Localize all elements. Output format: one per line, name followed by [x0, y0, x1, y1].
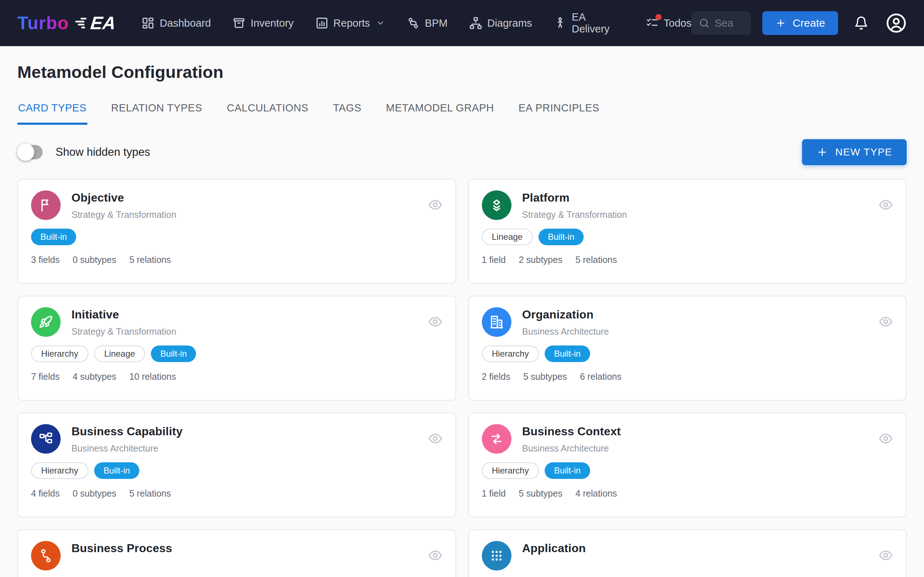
ea-delivery-icon — [554, 16, 567, 29]
stat: 5 relations — [575, 255, 617, 265]
sitemap-icon — [38, 431, 53, 446]
create-button[interactable]: Create — [762, 11, 838, 35]
card-type-card[interactable]: Objective Strategy & Transformation Buil… — [17, 179, 456, 284]
main-content: Metamodel Configuration CARD TYPESRELATI… — [0, 62, 924, 577]
visibility-toggle-button[interactable] — [428, 198, 443, 212]
tab[interactable]: EA PRINCIPLES — [518, 102, 600, 125]
card-type-card[interactable]: Business Context Business Architecture H… — [468, 413, 907, 517]
logo[interactable]: Turbo EA — [17, 13, 115, 34]
user-avatar-button[interactable] — [886, 13, 907, 34]
type-avatar — [31, 307, 61, 337]
badge-row: LineageBuilt-in — [482, 229, 893, 245]
nav-item[interactable]: EA Delivery — [554, 11, 624, 35]
visibility-toggle-button[interactable] — [428, 314, 443, 329]
card-subtitle: Strategy & Transformation — [71, 326, 176, 337]
eye-icon — [428, 431, 443, 446]
tab-bar: CARD TYPESRELATION TYPESCALCULATIONSTAGS… — [17, 102, 907, 125]
stats-row: 4 fields0 subtypes5 relations — [31, 488, 443, 499]
card-type-card[interactable]: Initiative Strategy & Transformation Hie… — [17, 296, 456, 401]
badge-row: HierarchyBuilt-in — [31, 462, 443, 479]
eye-icon — [428, 548, 443, 562]
nav-item[interactable]: BPM — [407, 16, 447, 29]
reports-icon — [315, 16, 328, 29]
eye-icon — [879, 198, 893, 212]
badge: Built-in — [151, 345, 196, 362]
card-title: Platform — [522, 191, 627, 205]
type-avatar — [482, 190, 512, 220]
badge: Lineage — [482, 229, 533, 245]
stats-row: 1 field5 subtypes4 relations — [482, 488, 893, 499]
card-title: Business Process — [71, 542, 172, 555]
card-title: Business Capability — [71, 425, 183, 438]
card-header-text: Initiative Strategy & Transformation — [71, 307, 176, 337]
eye-icon — [879, 431, 893, 446]
card-type-card[interactable]: Business Capability Business Architectur… — [17, 413, 456, 517]
card-header: Business Capability Business Architectur… — [31, 424, 443, 454]
top-nav: Turbo EA Dashboard Inventory Reports BPM — [0, 0, 924, 46]
type-avatar — [482, 541, 512, 571]
visibility-toggle-button[interactable] — [428, 548, 443, 562]
card-header: Business Context Business Architecture — [482, 424, 893, 454]
card-type-card[interactable]: Application — [468, 529, 907, 577]
swap-arrows-icon — [489, 431, 504, 446]
stat: 2 subtypes — [519, 255, 562, 265]
tab[interactable]: RELATION TYPES — [110, 102, 203, 125]
nav-items: Dashboard Inventory Reports BPM Diagrams — [142, 11, 691, 35]
layers-icon — [489, 198, 504, 213]
new-type-button-label: NEW TYPE — [835, 147, 892, 158]
badge: Hierarchy — [31, 462, 89, 479]
card-subtitle: Business Architecture — [522, 326, 609, 337]
stat: 6 relations — [580, 371, 622, 382]
card-header-text: Objective Strategy & Transformation — [71, 190, 176, 220]
user-circle-icon — [886, 13, 907, 34]
tab[interactable]: TAGS — [333, 102, 362, 125]
stat: 5 relations — [129, 255, 171, 265]
search-input[interactable] — [715, 17, 742, 29]
stat: 1 field — [482, 488, 506, 499]
tab[interactable]: CALCULATIONS — [226, 102, 309, 125]
card-header-text: Business Context Business Architecture — [522, 424, 621, 454]
visibility-toggle-button[interactable] — [879, 431, 893, 446]
flag-icon — [38, 198, 53, 213]
nav-item-label: Dashboard — [160, 17, 211, 29]
tab[interactable]: CARD TYPES — [17, 102, 87, 125]
toggle-label: Show hidden types — [56, 146, 150, 159]
nav-item[interactable]: Reports — [315, 16, 386, 29]
tab[interactable]: METAMODEL GRAPH — [385, 102, 494, 125]
nav-item[interactable]: Inventory — [233, 16, 294, 29]
stat: 4 relations — [575, 488, 617, 499]
card-type-card[interactable]: Platform Strategy & Transformation Linea… — [468, 179, 907, 284]
notifications-button[interactable] — [854, 16, 868, 30]
type-avatar — [31, 190, 61, 220]
badge: Built-in — [538, 229, 584, 245]
search-icon — [699, 18, 709, 29]
toolbar: Show hidden types NEW TYPE — [17, 139, 907, 165]
badge-row: HierarchyBuilt-in — [482, 462, 893, 479]
card-title: Initiative — [71, 308, 176, 321]
stat: 0 subtypes — [73, 488, 116, 499]
badge-row: HierarchyBuilt-in — [482, 345, 893, 362]
card-type-card[interactable]: Organization Business Architecture Hiera… — [468, 296, 907, 401]
visibility-toggle-button[interactable] — [879, 314, 893, 329]
nav-item[interactable]: Diagrams — [469, 16, 532, 29]
card-type-card[interactable]: Business Process — [17, 529, 456, 577]
card-title: Organization — [522, 308, 609, 321]
show-hidden-toggle[interactable] — [19, 145, 43, 160]
stats-row: 1 field2 subtypes5 relations — [482, 255, 893, 265]
toggle-knob — [17, 143, 34, 161]
stat: 4 subtypes — [73, 371, 116, 382]
nav-item[interactable]: Todos — [646, 16, 691, 29]
badge-row: HierarchyLineageBuilt-in — [31, 345, 443, 362]
badge: Hierarchy — [31, 345, 89, 362]
page-title: Metamodel Configuration — [17, 62, 907, 82]
type-avatar — [31, 424, 61, 454]
nav-item-label: EA Delivery — [572, 11, 624, 35]
nav-item[interactable]: Dashboard — [142, 16, 211, 29]
visibility-toggle-button[interactable] — [879, 548, 893, 562]
visibility-toggle-button[interactable] — [428, 431, 443, 446]
new-type-button[interactable]: NEW TYPE — [802, 139, 907, 165]
nav-item-label: Todos — [664, 17, 691, 29]
stat: 0 subtypes — [73, 255, 116, 265]
badge-row: Built-in — [31, 229, 443, 245]
visibility-toggle-button[interactable] — [879, 198, 893, 212]
